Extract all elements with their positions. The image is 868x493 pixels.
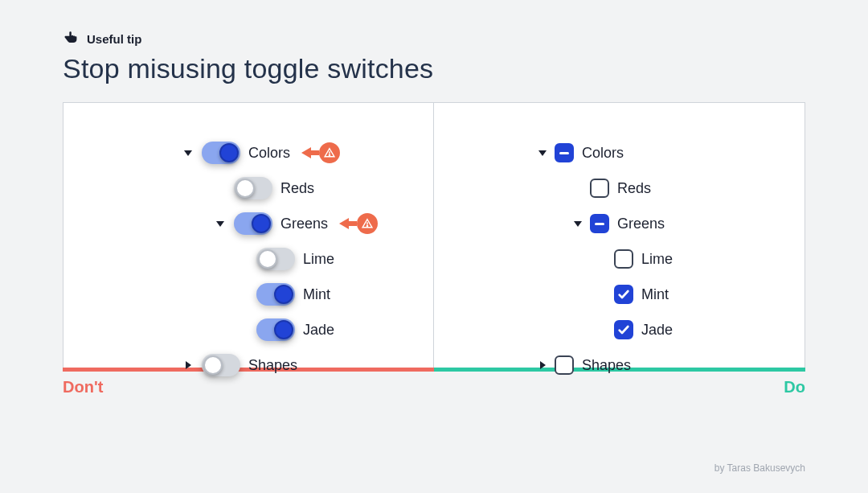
tree-label: Lime <box>641 252 673 266</box>
tree-label: Mint <box>641 287 669 302</box>
tree-row-mint[interactable]: Mint <box>63 277 433 312</box>
pointing-hand-icon <box>63 29 79 48</box>
checkbox-colors[interactable] <box>555 143 574 162</box>
toggle-greens[interactable] <box>234 212 272 235</box>
svg-marker-8 <box>574 221 582 227</box>
checkbox-jade[interactable] <box>614 320 633 339</box>
tip-header: Useful tip <box>63 29 805 48</box>
caret-down-icon[interactable] <box>184 149 192 157</box>
tree-row-colors[interactable]: Colors <box>434 135 805 170</box>
checkbox-lime[interactable] <box>614 249 633 269</box>
tree-row-colors[interactable]: Colors <box>63 135 433 170</box>
svg-marker-6 <box>186 361 191 369</box>
tree-label: Reds <box>280 181 314 195</box>
tree-row-reds[interactable]: Reds <box>434 170 805 206</box>
tree-label: Mint <box>303 287 330 302</box>
caret-down-icon[interactable] <box>574 220 582 228</box>
checkbox-shapes[interactable] <box>555 355 574 375</box>
tree-row-lime[interactable]: Lime <box>434 241 805 277</box>
arrow-left-icon <box>301 147 311 158</box>
tree-label: Greens <box>280 216 328 231</box>
arrow-left-icon <box>339 218 349 229</box>
tree-row-shapes[interactable]: Shapes <box>63 347 433 383</box>
caret-down-icon[interactable] <box>538 149 547 157</box>
svg-point-2 <box>329 154 330 155</box>
svg-marker-9 <box>540 361 546 369</box>
toggle-jade[interactable] <box>256 318 295 341</box>
comparison-panels: Colors Reds Greens <box>63 102 805 368</box>
tree-label: Colors <box>582 146 624 160</box>
caret-right-icon[interactable] <box>184 361 192 369</box>
tree-label: Jade <box>303 323 334 337</box>
tree-label: Shapes <box>582 358 631 372</box>
headline: Stop misusing toggle switches <box>63 53 805 84</box>
warning-annotation <box>301 142 340 163</box>
svg-marker-0 <box>184 150 192 156</box>
checkbox-mint[interactable] <box>614 285 633 304</box>
alert-triangle-icon <box>319 142 340 163</box>
toggle-colors[interactable] <box>202 142 240 164</box>
credit-text: by Taras Bakusevych <box>714 462 805 474</box>
toggle-shapes[interactable] <box>202 354 240 376</box>
tree-row-reds[interactable]: Reds <box>63 170 433 206</box>
tip-label: Useful tip <box>87 32 141 46</box>
svg-marker-7 <box>538 150 547 156</box>
tree-row-greens[interactable]: Greens <box>434 206 805 241</box>
tree-row-mint[interactable]: Mint <box>434 277 805 312</box>
toggle-lime[interactable] <box>256 248 295 270</box>
tree-row-lime[interactable]: Lime <box>63 241 433 277</box>
checkbox-greens[interactable] <box>590 214 609 233</box>
do-panel: Colors Reds Greens Lime <box>434 103 805 368</box>
tree-row-greens[interactable]: Greens <box>63 206 433 241</box>
svg-marker-3 <box>216 221 224 227</box>
checkbox-reds[interactable] <box>590 179 609 198</box>
caret-down-icon[interactable] <box>216 220 224 228</box>
tree-row-shapes[interactable]: Shapes <box>434 347 805 383</box>
tree-row-jade[interactable]: Jade <box>63 312 433 347</box>
tree-label: Colors <box>248 146 290 160</box>
alert-triangle-icon <box>357 213 378 234</box>
tree-label: Jade <box>641 323 673 337</box>
caret-right-icon[interactable] <box>538 361 547 369</box>
tree-label: Reds <box>617 181 651 195</box>
toggle-mint[interactable] <box>256 283 295 306</box>
tree-row-jade[interactable]: Jade <box>434 312 805 347</box>
tree-label: Lime <box>303 252 334 266</box>
dont-panel: Colors Reds Greens <box>63 103 434 368</box>
tree-label: Shapes <box>248 358 297 372</box>
toggle-reds[interactable] <box>234 177 272 199</box>
tree-label: Greens <box>617 216 665 231</box>
warning-annotation <box>339 213 378 234</box>
svg-point-5 <box>366 225 367 226</box>
